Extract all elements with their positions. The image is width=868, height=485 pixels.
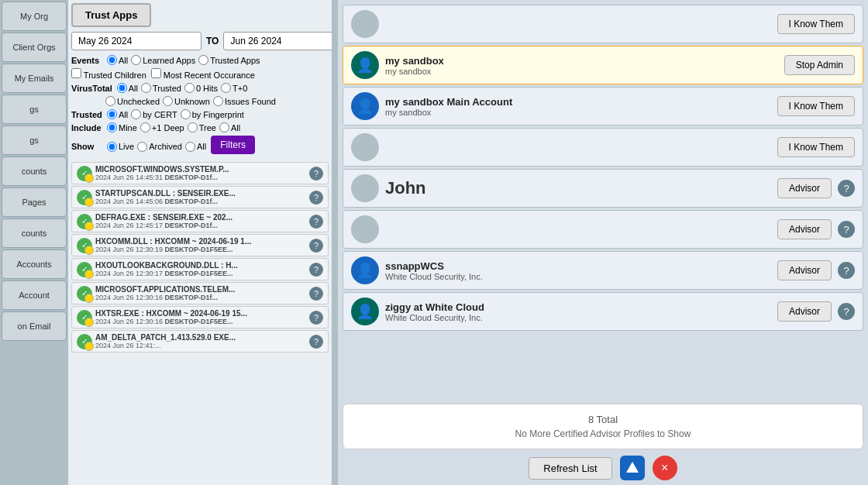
- app-list-item[interactable]: ✓ MICROSOFT.WINDOWS.SYSTEM.P... 2024 Jun…: [71, 162, 329, 184]
- advisor-button[interactable]: Advisor: [777, 219, 832, 239]
- logo-button[interactable]: [620, 456, 645, 480]
- date-to-input[interactable]: [223, 32, 332, 50]
- middle-panel: Trust Apps TO Events All Learned Apps Tr…: [68, 0, 332, 485]
- summary-total: 8 Total: [353, 414, 853, 425]
- sidebar-item-clientorgs[interactable]: Client Orgs: [2, 33, 67, 62]
- app-status-icon: ✓: [77, 238, 92, 253]
- sidebar: My Org Client Orgs My Emails gs gs count…: [0, 0, 68, 485]
- app-question-icon[interactable]: ?: [309, 287, 323, 301]
- filter-section: Events All Learned Apps Trusted Apps Tru…: [71, 55, 329, 157]
- advisor-avatar-placeholder: [351, 215, 379, 243]
- vt-unknown-option[interactable]: Unknown: [163, 96, 210, 106]
- advisor-button[interactable]: Advisor: [777, 260, 832, 280]
- app-list-item[interactable]: ✓ DEFRAG.EXE : SENSEIR.EXE ~ 202... 2024…: [71, 210, 329, 232]
- include-1deep-option[interactable]: +1 Deep: [140, 122, 184, 132]
- stop-admin-button[interactable]: Stop Admin: [784, 55, 855, 75]
- events-trusted-option[interactable]: Trusted Apps: [198, 55, 260, 65]
- advisor-button[interactable]: Advisor: [777, 178, 832, 198]
- iknow-them-button[interactable]: I Know Them: [777, 14, 855, 34]
- app-list-item[interactable]: ✓ HXTSR.EXE : HXCOMM ~ 2024-06-19 15... …: [71, 306, 329, 328]
- advisor-org: White Cloud Security, Inc.: [385, 313, 771, 322]
- iknow-them-button[interactable]: I Know Them: [777, 137, 855, 157]
- show-archived-option[interactable]: Archived: [137, 142, 182, 152]
- include-tree-option[interactable]: Tree: [188, 122, 216, 132]
- to-label: TO: [206, 36, 219, 46]
- app-list-item[interactable]: ✓ AM_DELTA_PATCH_1.413.529.0 EXE... 2024…: [71, 330, 329, 353]
- app-name: MICROSOFT.WINDOWS.SYSTEM.P...: [95, 165, 306, 174]
- advisor-question-icon[interactable]: ?: [838, 303, 855, 320]
- sidebar-item-accounts[interactable]: Accounts: [2, 249, 67, 279]
- sidebar-item-gs1[interactable]: gs: [2, 95, 67, 124]
- app-list-item[interactable]: ✓ HXOUTLOOKBACKGROUND.DLL : H... 2024 Ju…: [71, 258, 329, 280]
- advisor-avatar-placeholder: [351, 10, 379, 38]
- app-question-icon[interactable]: ?: [309, 215, 323, 229]
- app-name: HXOUTLOOKBACKGROUND.DLL : H...: [95, 261, 306, 270]
- app-status-icon: ✓: [77, 166, 92, 181]
- app-text: AM_DELTA_PATCH_1.413.529.0 EXE... 2024 J…: [95, 333, 306, 349]
- app-question-icon[interactable]: ?: [309, 167, 323, 181]
- vt-all-option[interactable]: All: [117, 83, 138, 93]
- trusted-children-option[interactable]: Trusted Children: [71, 68, 146, 80]
- app-date: 2024 Jun 26 14:45:31 DESKTOP-D1f...: [95, 174, 306, 181]
- events-learned-option[interactable]: Learned Apps: [131, 55, 195, 65]
- right-panel: I Know Them👤 my sandbox my sandbox Stop …: [338, 0, 868, 485]
- iknow-them-button[interactable]: I Know Them: [777, 96, 855, 116]
- advisor-item: I Know Them: [343, 128, 863, 167]
- show-label: Show: [71, 142, 102, 151]
- include-all-option[interactable]: All: [219, 122, 240, 132]
- close-button[interactable]: ×: [653, 456, 677, 480]
- advisor-question-icon[interactable]: ?: [838, 262, 855, 279]
- app-status-icon: ✓: [77, 214, 92, 229]
- app-question-icon[interactable]: ?: [309, 191, 323, 205]
- app-date: 2024 Jun 26 12:45:17 DESKTOP-D1f...: [95, 222, 306, 229]
- app-date: 2024 Jun 26 14:45:06 DESKTOP-D1f...: [95, 198, 306, 205]
- filters-button[interactable]: Filters: [211, 136, 255, 154]
- app-text: STARTUPSCAN.DLL : SENSEIR.EXE... 2024 Ju…: [95, 189, 306, 205]
- vt-unchecked-option[interactable]: Unchecked: [105, 96, 160, 106]
- advisor-question-icon[interactable]: ?: [838, 221, 855, 238]
- app-question-icon[interactable]: ?: [309, 239, 323, 253]
- sidebar-item-pages[interactable]: Pages: [2, 187, 67, 217]
- events-all-option[interactable]: All: [107, 55, 128, 65]
- advisor-avatar: 👤: [351, 51, 379, 79]
- sidebar-item-counts2[interactable]: counts: [2, 218, 67, 248]
- date-from-input[interactable]: [71, 32, 202, 50]
- app-list-item[interactable]: ✓ STARTUPSCAN.DLL : SENSEIR.EXE... 2024 …: [71, 186, 329, 208]
- trust-apps-button[interactable]: Trust Apps: [71, 3, 151, 27]
- sidebar-item-counts1[interactable]: counts: [2, 157, 67, 186]
- advisor-name: ziggy at White Cloud: [385, 301, 771, 313]
- show-filter-row: Show Live Archived All Filters: [71, 136, 329, 157]
- app-question-icon[interactable]: ?: [309, 311, 323, 325]
- app-list-item[interactable]: ✓ MICROSOFT.APPLICATIONS.TELEM... 2024 J…: [71, 282, 329, 304]
- trusted-all-option[interactable]: All: [107, 109, 128, 119]
- show-all-option[interactable]: All: [185, 142, 206, 152]
- sidebar-item-onemail[interactable]: on Email: [2, 311, 67, 341]
- vt-trusted-option[interactable]: Trusted: [141, 83, 181, 93]
- app-list-item[interactable]: ✓ HXCOMM.DLL : HXCOMM ~ 2024-06-19 1... …: [71, 234, 329, 256]
- refresh-list-button[interactable]: Refresh List: [529, 457, 611, 480]
- advisor-info: my sandbox my sandbox: [385, 55, 778, 76]
- advisor-info: John: [385, 178, 771, 198]
- vt-issues-option[interactable]: Issues Found: [213, 96, 276, 106]
- app-date: 2024 Jun 26 12:30:17 DESKTOP-D1F5EE...: [95, 270, 306, 277]
- most-recent-option[interactable]: Most Recent Occurance: [151, 68, 255, 80]
- bottom-bar: Refresh List ×: [343, 456, 863, 480]
- vt-tplus0-option[interactable]: T+0: [221, 83, 247, 93]
- virustotal-radio-group: All Trusted 0 Hits T+0: [117, 83, 248, 93]
- sidebar-item-account[interactable]: Account: [2, 280, 67, 310]
- app-status-icon: ✓: [77, 262, 92, 277]
- app-question-icon[interactable]: ?: [309, 335, 323, 349]
- sidebar-item-gs2[interactable]: gs: [2, 126, 67, 155]
- trusted-fp-option[interactable]: by Fingerprint: [181, 109, 244, 119]
- app-question-icon[interactable]: ?: [309, 263, 323, 277]
- vt-0hits-option[interactable]: 0 Hits: [184, 83, 218, 93]
- sidebar-item-myemails[interactable]: My Emails: [2, 64, 67, 93]
- advisor-list: I Know Them👤 my sandbox my sandbox Stop …: [343, 5, 863, 399]
- advisor-button[interactable]: Advisor: [777, 301, 832, 322]
- trusted-cert-option[interactable]: by CERT: [131, 109, 177, 119]
- advisor-question-icon[interactable]: ?: [838, 180, 855, 197]
- include-mine-option[interactable]: Mine: [107, 122, 137, 132]
- sidebar-item-myorg[interactable]: My Org: [2, 2, 67, 31]
- show-live-option[interactable]: Live: [107, 142, 134, 152]
- trusted-children-row: Trusted Children Most Recent Occurance: [71, 68, 329, 80]
